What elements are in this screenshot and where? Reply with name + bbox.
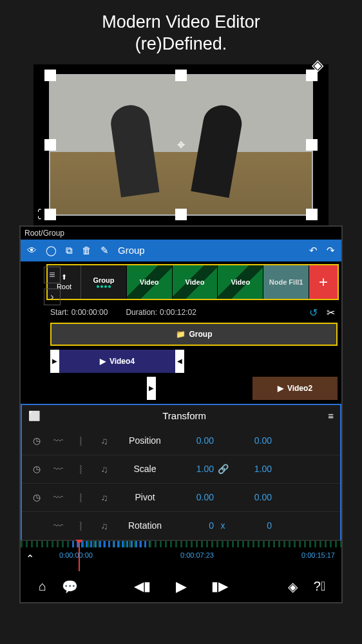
sidebar-list-icon[interactable]: ≡	[44, 267, 61, 283]
transform-header: ⬜ Transform ≡	[22, 405, 340, 427]
resize-handle-ml[interactable]	[44, 139, 56, 151]
transform-panel: ⬜ Transform ≡ ◷ 〰 ⦚ ♫ Position 0.00 0.00…	[21, 404, 341, 540]
track-right-handle[interactable]: ◀	[175, 350, 184, 373]
ruler-time-1: 0:00:00:00	[59, 551, 93, 559]
breadcrumb: Root/Group	[21, 227, 341, 240]
wiggle-icon[interactable]: ⦚	[70, 520, 93, 531]
resize-handle-mr[interactable]	[306, 139, 318, 151]
prop-value-y[interactable]: 0.00	[232, 435, 272, 446]
prop-value-x[interactable]: 0	[174, 520, 214, 531]
curve-icon[interactable]: 〰	[46, 435, 70, 446]
prop-value-y[interactable]: 0.00	[232, 492, 272, 502]
timeline-ruler[interactable]: ⌃ 0:00:00:00 0:00:07:23 0:00:15:17	[21, 540, 341, 571]
undo-icon[interactable]: ↶	[309, 245, 318, 256]
audio-icon[interactable]: ♫	[93, 492, 116, 503]
ruler-time-2: 0:00:07:23	[180, 551, 214, 559]
wiggle-icon[interactable]: ⦚	[70, 464, 93, 475]
visibility-icon[interactable]: 👁	[27, 245, 37, 256]
clip-video-3[interactable]: Video	[218, 265, 263, 299]
bottom-nav: ⌂ 💬 ◀▮ ▶ ▮▶ ◈ ?⃝	[21, 571, 341, 602]
toolbar: 👁 ◯ ⧉ 🗑 ✎ Group ↶ ↷	[21, 240, 341, 261]
home-icon[interactable]: ⌂	[32, 579, 53, 594]
circle-icon[interactable]: ◯	[46, 245, 57, 256]
delete-icon[interactable]: 🗑	[82, 245, 91, 256]
prop-label: Position	[116, 435, 174, 446]
audio-icon[interactable]: ♫	[93, 520, 116, 531]
fullscreen-icon[interactable]: ⛶	[37, 208, 49, 222]
ruler-time-3: 0:00:15:17	[301, 551, 335, 559]
editor-panel: Root/Group 👁 ◯ ⧉ 🗑 ✎ Group ↶ ↷ ≡ › ⬆ Roo…	[19, 225, 343, 603]
video-icon: ▶	[100, 357, 106, 366]
play-icon[interactable]: ▶	[171, 578, 191, 595]
curve-icon[interactable]: 〰	[46, 464, 70, 475]
track-video2: ▶ ▶ Video2	[50, 377, 338, 400]
add-clip-button[interactable]: +	[309, 265, 338, 299]
help-icon[interactable]: ?⃝	[309, 579, 330, 594]
video-icon: ▶	[278, 384, 283, 393]
resize-handle-bm[interactable]	[175, 209, 187, 220]
transform-anchor-icon[interactable]: ⬜	[28, 410, 41, 422]
prop-value-x[interactable]: 0.00	[174, 492, 214, 502]
wiggle-icon[interactable]: ⦚	[70, 492, 93, 503]
clip-video-2[interactable]: Video	[173, 265, 218, 299]
duplicate-icon[interactable]: ⧉	[66, 245, 73, 256]
sidebar-expand-icon[interactable]: ›	[44, 289, 61, 305]
resize-handle-tl[interactable]	[44, 70, 56, 81]
time-info: Start: 0:00:00:00 Duration: 0:00:12:02 ↺…	[21, 303, 341, 323]
prev-frame-icon[interactable]: ◀▮	[132, 578, 153, 595]
clip-group[interactable]: Group	[81, 265, 127, 299]
prop-link: x	[214, 520, 232, 531]
clip-label: Group	[93, 276, 114, 284]
track-left-handle[interactable]: ▶	[50, 350, 59, 373]
redo-icon[interactable]: ↷	[327, 245, 335, 256]
link-icon[interactable]: 🔗	[214, 464, 232, 474]
track-group: 📁 Group	[50, 323, 338, 346]
prop-value-x[interactable]: 1.00	[174, 464, 214, 474]
prop-label: Pivot	[116, 492, 174, 502]
wiggle-icon[interactable]: ⦚	[70, 435, 93, 446]
folder-icon: 📁	[176, 330, 186, 339]
rotate-handle[interactable]: ◈	[312, 56, 331, 75]
next-frame-icon[interactable]: ▮▶	[209, 578, 230, 595]
curve-icon[interactable]: 〰	[46, 492, 70, 503]
edit-icon[interactable]: ✎	[100, 245, 109, 256]
video4-track-bar[interactable]: ▶ Video4	[59, 350, 175, 373]
collapse-icon[interactable]: ⌃	[26, 553, 34, 565]
track-left-handle[interactable]: ▶	[147, 377, 156, 400]
prop-row-pivot: ◷ 〰 ⦚ ♫ Pivot 0.00 0.00	[22, 484, 340, 512]
track-video4: ▶ ▶ Video4 ◀	[50, 350, 338, 373]
resize-handle-br[interactable]	[306, 209, 318, 220]
diamond-icon[interactable]: ◈	[282, 579, 303, 594]
audio-icon[interactable]: ♫	[93, 464, 116, 475]
group-track-bar[interactable]: 📁 Group	[50, 323, 338, 346]
prop-value-x[interactable]: 0.00	[174, 435, 214, 446]
stopwatch-icon[interactable]: ◷	[27, 435, 46, 446]
reset-icon[interactable]: ↺	[309, 307, 318, 319]
upload-icon: ⬆	[61, 273, 67, 281]
resize-handle-tm[interactable]	[175, 70, 187, 81]
tagline-line2: (re)Defined.	[0, 33, 362, 55]
prop-row-position: ◷ 〰 ⦚ ♫ Position 0.00 0.00	[22, 427, 340, 455]
curve-icon[interactable]: 〰	[46, 520, 70, 531]
video2-track-bar[interactable]: ▶ Video2	[252, 377, 338, 400]
audio-icon[interactable]: ♫	[93, 435, 116, 446]
prop-value-y[interactable]: 1.00	[232, 464, 272, 474]
comment-icon[interactable]: 💬	[59, 579, 80, 594]
clip-label: Video	[140, 278, 159, 286]
preview-area: ⌖ ◈ ⛶	[33, 64, 329, 225]
stopwatch-icon[interactable]: ◷	[27, 464, 46, 474]
duration-value: 0:00:12:02	[160, 308, 196, 317]
stopwatch-icon[interactable]: ◷	[27, 492, 46, 502]
prop-label: Rotation	[116, 520, 174, 531]
cut-icon[interactable]: ✂	[327, 307, 335, 319]
clip-video-1[interactable]: Video	[127, 265, 173, 299]
preview-video-frame	[50, 75, 312, 214]
clip-strip: ⬆ Root Group Video Video Video Node Fill…	[46, 264, 339, 300]
clip-nodefill[interactable]: Node Fill1	[263, 265, 309, 299]
tagline: Modern Video Editor (re)Defined.	[0, 0, 362, 64]
playhead[interactable]	[79, 541, 80, 571]
prop-value-y[interactable]: 0	[232, 520, 272, 531]
tagline-line1: Modern Video Editor	[0, 12, 362, 33]
transform-menu-icon[interactable]: ≡	[328, 410, 334, 421]
preview-selection-frame[interactable]: ⌖ ◈	[49, 74, 313, 216]
